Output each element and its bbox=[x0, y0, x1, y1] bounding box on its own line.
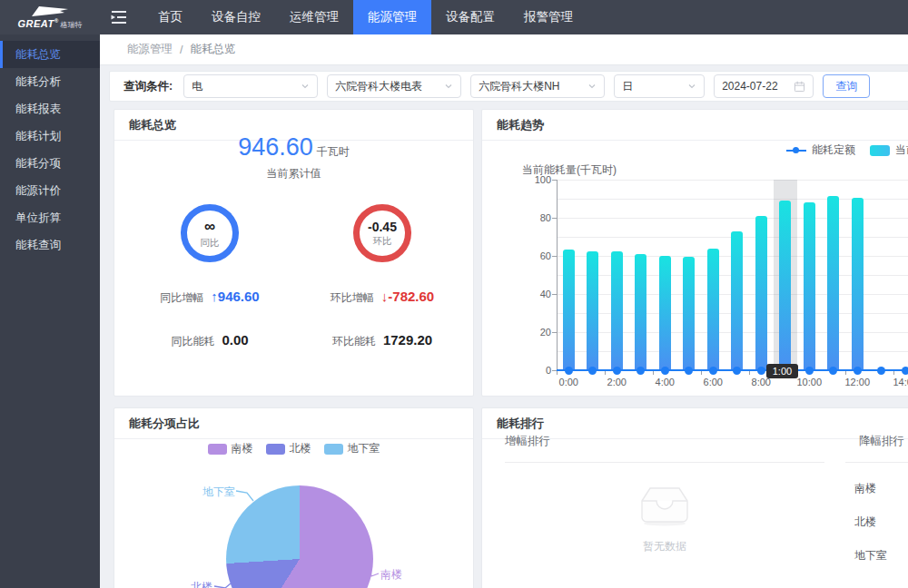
sidebar-item[interactable]: 能耗总览 bbox=[0, 41, 100, 68]
filter-select-value: 六院骨科大楼电表 bbox=[335, 79, 422, 94]
filter-select-value: 日 bbox=[622, 79, 633, 94]
trend-bar[interactable] bbox=[635, 254, 646, 370]
axis-tooltip: 1:00 bbox=[766, 364, 798, 378]
sidebar-item[interactable]: 能耗分析 bbox=[0, 68, 100, 95]
rank-decrease-column: 降幅排行 南楼北楼地下室 bbox=[845, 434, 908, 564]
quota-line-point[interactable] bbox=[613, 367, 621, 375]
trend-bar[interactable] bbox=[779, 201, 791, 370]
filter-select[interactable]: 日 bbox=[614, 74, 705, 98]
trend-bar[interactable] bbox=[563, 250, 575, 370]
yoy-energy-row: 同比能耗0.00 bbox=[128, 332, 291, 349]
breadcrumb-current: 能耗总览 bbox=[190, 42, 235, 57]
x-axis-label: 0:00 bbox=[548, 377, 588, 387]
legend-swatch-icon bbox=[266, 444, 285, 455]
pie-legend-item[interactable]: 南楼 bbox=[208, 441, 253, 456]
mom-column: -0.45 环比 环比增幅↓-782.60 环比能耗1729.20 bbox=[301, 199, 464, 349]
trend-bar[interactable] bbox=[755, 216, 767, 370]
y-axis-tick bbox=[552, 218, 557, 219]
quota-line-point[interactable] bbox=[588, 367, 597, 375]
pie-legend: 南楼北楼地下室 bbox=[114, 441, 473, 456]
sidebar-collapse-button[interactable] bbox=[100, 0, 138, 34]
trend-bar[interactable] bbox=[683, 257, 695, 370]
y-axis-label: 20 bbox=[518, 327, 551, 338]
filter-select[interactable]: 六院骨科大楼NH bbox=[470, 74, 605, 98]
sidebar-item[interactable]: 能耗分项 bbox=[0, 150, 100, 177]
trend-bar[interactable] bbox=[707, 249, 719, 370]
pie-label-north: 北楼 bbox=[191, 580, 212, 588]
x-axis-tick bbox=[845, 371, 846, 375]
x-axis-tick bbox=[653, 371, 654, 375]
x-axis-label: 2:00 bbox=[597, 377, 637, 387]
rank-list-item: 南楼 bbox=[854, 481, 908, 496]
sidebar-item[interactable]: 能耗计划 bbox=[0, 122, 100, 150]
pie-legend-item[interactable]: 北楼 bbox=[266, 441, 311, 456]
trend-bar[interactable] bbox=[804, 202, 815, 370]
nav-tab[interactable]: 能源管理 bbox=[353, 0, 431, 34]
filter-select[interactable]: 六院骨科大楼电表 bbox=[327, 74, 461, 98]
empty-state: 暂无数据 bbox=[505, 485, 824, 554]
filter-select-value: 六院骨科大楼NH bbox=[479, 79, 559, 94]
gridline bbox=[557, 180, 908, 181]
nav-tab[interactable]: 报警管理 bbox=[509, 0, 587, 34]
card-title: 能耗分项占比 bbox=[114, 408, 473, 439]
top-navbar: GREAT®格瑞特 首页设备自控运维管理能源管理设备配置报警管理 bbox=[0, 0, 908, 34]
pie-legend-item[interactable]: 地下室 bbox=[324, 441, 380, 456]
trend-bar[interactable] bbox=[611, 251, 623, 370]
yoy-column: ∞ 同比 同比增幅↑946.60 同比能耗0.00 bbox=[128, 199, 291, 349]
nav-tab[interactable]: 设备配置 bbox=[431, 0, 509, 34]
x-axis-label: 4:00 bbox=[645, 377, 685, 387]
query-button[interactable]: 查询 bbox=[823, 74, 870, 98]
date-picker[interactable]: 2024-07-22 bbox=[714, 74, 814, 98]
nav-tab[interactable]: 运维管理 bbox=[275, 0, 353, 34]
quota-line-point[interactable] bbox=[902, 367, 908, 375]
breadcrumb-parent[interactable]: 能源管理 bbox=[127, 42, 173, 57]
breadcrumb: 能源管理 / 能耗总览 bbox=[100, 34, 908, 65]
y-axis-line bbox=[557, 180, 558, 370]
y-axis-label: 60 bbox=[518, 250, 551, 261]
nav-tab[interactable]: 设备自控 bbox=[197, 0, 275, 34]
quota-line-point[interactable] bbox=[637, 367, 645, 375]
quota-line-point[interactable] bbox=[854, 367, 862, 375]
sidebar-item[interactable]: 能源计价 bbox=[0, 177, 100, 204]
brand-name: GREAT®格瑞特 bbox=[17, 18, 82, 30]
quota-line-point[interactable] bbox=[565, 367, 573, 375]
x-axis-tick bbox=[557, 371, 558, 375]
app-window: GREAT®格瑞特 首页设备自控运维管理能源管理设备配置报警管理 能耗总览能耗分… bbox=[0, 0, 908, 588]
pie-label-south: 南楼 bbox=[380, 567, 402, 583]
quota-line-point[interactable] bbox=[829, 367, 837, 375]
yoy-growth-row: 同比增幅↑946.60 bbox=[128, 289, 291, 306]
brand-logo: GREAT®格瑞特 bbox=[0, 0, 100, 34]
quota-line-point[interactable] bbox=[877, 367, 885, 375]
quota-line-point[interactable] bbox=[805, 367, 814, 375]
quota-line-point[interactable] bbox=[661, 367, 669, 375]
cumulative-value: 946.60千瓦时 bbox=[114, 133, 473, 162]
legend-label: 北楼 bbox=[290, 441, 311, 456]
sidebar-item[interactable]: 能耗查询 bbox=[0, 231, 100, 259]
chevron-down-icon bbox=[301, 82, 310, 91]
chevron-down-icon bbox=[444, 82, 453, 91]
quota-line-point[interactable] bbox=[685, 367, 693, 375]
sidebar-item[interactable]: 单位折算 bbox=[0, 204, 100, 231]
legend-swatch-icon bbox=[324, 444, 343, 455]
trend-bar[interactable] bbox=[827, 196, 839, 370]
chevron-down-icon bbox=[687, 82, 696, 91]
trend-bar[interactable] bbox=[852, 198, 864, 370]
nav-tab[interactable]: 首页 bbox=[143, 0, 197, 34]
quota-line-point[interactable] bbox=[709, 367, 717, 375]
quota-line-point[interactable] bbox=[757, 367, 765, 375]
trend-bar[interactable] bbox=[659, 256, 671, 370]
breadcrumb-separator: / bbox=[180, 44, 183, 56]
filter-select[interactable]: 电 bbox=[183, 74, 318, 98]
sidebar-item[interactable]: 能耗报表 bbox=[0, 95, 100, 122]
trend-bar[interactable] bbox=[731, 231, 743, 370]
pie-chart[interactable] bbox=[226, 485, 373, 588]
main-menu: 首页设备自控运维管理能源管理设备配置报警管理 bbox=[143, 0, 587, 34]
card-energy-breakdown: 能耗分项占比 南楼北楼地下室 南楼 北楼 地下室 bbox=[114, 407, 474, 588]
divider bbox=[845, 462, 908, 463]
yoy-ring: ∞ 同比 bbox=[181, 204, 239, 262]
y-axis-label: 40 bbox=[518, 289, 551, 299]
y-axis-label: 80 bbox=[518, 212, 551, 223]
trend-bar[interactable] bbox=[587, 251, 598, 370]
quota-line-point[interactable] bbox=[733, 367, 741, 375]
date-value: 2024-07-22 bbox=[722, 80, 777, 93]
